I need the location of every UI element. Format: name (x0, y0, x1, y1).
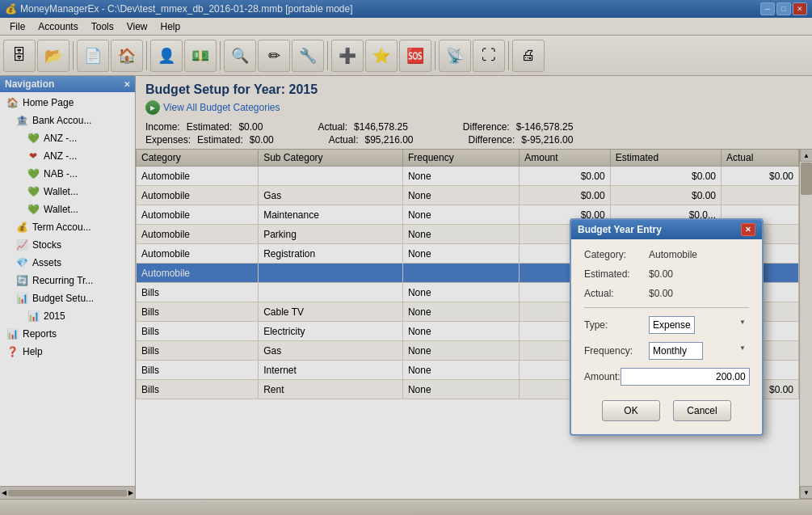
modal-type-select-wrap: Expense Income (649, 316, 749, 334)
modal-category-value: Automobile (649, 249, 697, 260)
modal-actual-label: Actual: (584, 288, 649, 299)
modal-amount-row: Amount: (584, 368, 749, 386)
modal-frequency-label: Frequency: (584, 345, 649, 357)
modal-buttons: OK Cancel (584, 394, 749, 424)
modal-amount-input[interactable] (621, 368, 750, 386)
modal-actual-value: $0.00 (649, 288, 673, 299)
modal-type-row: Type: Expense Income (584, 316, 749, 334)
modal-amount-label: Amount: (584, 371, 621, 382)
modal-title-bar: Budget Year Entry ✕ (571, 220, 762, 239)
modal-title: Budget Year Entry (578, 224, 662, 235)
modal-type-select[interactable]: Expense Income (649, 316, 695, 334)
modal-cancel-button[interactable]: Cancel (673, 400, 731, 421)
modal-category-row: Category: Automobile (584, 249, 749, 260)
modal-estimated-value: $0.00 (649, 268, 673, 280)
modal-close-button[interactable]: ✕ (741, 223, 755, 236)
modal-frequency-select-wrap: Monthly Weekly Fortnightly Quarterly Yea… (649, 342, 749, 360)
modal-ok-button[interactable]: OK (602, 400, 660, 421)
modal-type-label: Type: (584, 319, 649, 331)
modal-estimated-label: Estimated: (584, 268, 649, 280)
modal-frequency-row: Frequency: Monthly Weekly Fortnightly Qu… (584, 342, 749, 360)
budget-year-entry-dialog: Budget Year Entry ✕ Category: Automobile… (570, 218, 764, 436)
modal-divider (584, 307, 749, 308)
modal-body: Category: Automobile Estimated: $0.00 Ac… (571, 239, 762, 434)
modal-frequency-select[interactable]: Monthly Weekly Fortnightly Quarterly Yea… (649, 342, 703, 360)
modal-category-label: Category: (584, 249, 649, 260)
modal-overlay: Budget Year Entry ✕ Category: Automobile… (0, 0, 812, 515)
modal-actual-row: Actual: $0.00 (584, 288, 749, 299)
modal-estimated-row: Estimated: $0.00 (584, 268, 749, 280)
